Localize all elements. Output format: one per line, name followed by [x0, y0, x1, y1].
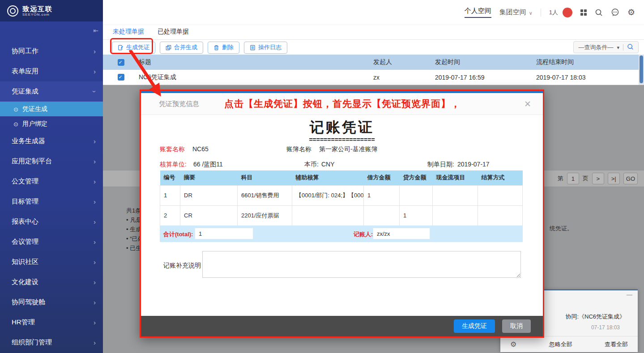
- operation-log-button[interactable]: 操作日志: [244, 42, 287, 54]
- query-condition-dropdown[interactable]: —查询条件—: [573, 41, 639, 53]
- doc-tabs: 未处理单据 已处理单据: [103, 25, 644, 40]
- sidebar-item-knowledge[interactable]: 知识社区: [0, 252, 103, 272]
- voucher-table: 编号 摘要 科目 辅助核算 借方金额 贷方金额 现金流项目 结算方式 1 DR …: [160, 170, 523, 226]
- merge-generate-button[interactable]: 合并生成: [160, 42, 203, 54]
- query-search-icon[interactable]: [627, 43, 634, 51]
- sidebar-item-goals[interactable]: 目标管理: [0, 191, 103, 212]
- chevron-right-icon: [94, 298, 96, 306]
- account-set-label: 账套名称: [160, 145, 185, 153]
- apps-grid-icon[interactable]: [580, 9, 587, 16]
- annotation-text: 点击【生成凭证】按钮，首先显示【凭证预览界面】，: [224, 98, 461, 110]
- avatar[interactable]: [563, 8, 572, 17]
- notification-actions: ⚙ 忽略全部 查看全部: [500, 336, 638, 352]
- notification-gear-icon[interactable]: ⚙: [510, 340, 516, 349]
- col-summary: 摘要: [180, 170, 238, 185]
- book-value: 第一家公司-基准账簿: [319, 145, 378, 153]
- row-start-time: 2019-07-17 16:59: [431, 74, 533, 81]
- sidebar-item-official-docs[interactable]: 公文管理: [0, 171, 103, 191]
- chevron-right-icon: [94, 137, 96, 145]
- account-set-value: NC65: [192, 145, 209, 153]
- book-label: 账簿名称: [286, 145, 311, 153]
- sidebar-collapse-icon[interactable]: ⇤: [93, 27, 98, 34]
- total-amount-input[interactable]: [195, 228, 253, 239]
- notification-message[interactable]: 协同:《NC6凭证集成》: [565, 313, 625, 321]
- modal-header: 凭证预览信息 点击【生成凭证】按钮，首先显示【凭证预览界面】， ✕: [141, 93, 543, 115]
- sidebar-item-custom-platform[interactable]: 应用定制平台: [0, 151, 103, 171]
- view-all-button[interactable]: 查看全部: [605, 340, 628, 349]
- online-count: 1人: [549, 9, 558, 17]
- scrollbar[interactable]: [639, 55, 644, 85]
- merge-icon: [166, 45, 171, 51]
- gear-icon[interactable]: ⚙: [627, 8, 635, 17]
- doc-date-label: 制单日期:: [427, 161, 454, 169]
- col-aux: 辅助核算: [292, 170, 364, 185]
- voucher-row: 2 CR 2201/应付票据 1: [160, 205, 523, 225]
- toolbar: 生成凭证 合并生成 删除 操作日志 —查询条件—: [103, 40, 644, 55]
- col-end-time: 流程结束时间: [533, 58, 639, 66]
- logo: 致远互联 SEEYON.com: [0, 0, 103, 21]
- sidebar-item-voucher-integration[interactable]: 凭证集成: [0, 81, 103, 102]
- chevron-right-icon: [94, 278, 96, 286]
- voucher-title: 记账凭证: [141, 118, 543, 137]
- chevron-right-icon: [94, 258, 96, 266]
- generate-voucher-button[interactable]: 生成凭证: [112, 42, 155, 54]
- voucher-info-row-2: 核算单位: 66 /蓝图11 本币: CNY 制单日期: 2019-07-17: [160, 161, 523, 169]
- sidebar-item-meetings[interactable]: 会议管理: [0, 232, 103, 252]
- doc-pen-icon: [118, 45, 124, 51]
- sidebar-item-report-center[interactable]: 报表中心: [0, 212, 103, 232]
- select-all-checkbox[interactable]: [118, 59, 124, 66]
- scrollbar-thumb[interactable]: [640, 55, 643, 83]
- row-initiator: zx: [370, 74, 431, 81]
- row-checkbox[interactable]: [118, 74, 124, 81]
- col-initiator: 发起人: [370, 58, 431, 66]
- tab-pending-docs[interactable]: 未处理单据: [113, 25, 144, 39]
- cancel-button[interactable]: 取消: [502, 319, 531, 333]
- voucher-note-textarea[interactable]: [202, 251, 521, 278]
- note-label: 记账补充说明: [163, 262, 201, 270]
- sidebar-item-org-dept[interactable]: 组织部门管理: [0, 332, 103, 353]
- voucher-totals-band: 合计(total): 记账人:: [160, 225, 523, 242]
- voucher-header-row: 编号 摘要 科目 辅助核算 借方金额 贷方金额 现金流项目 结算方式: [160, 170, 523, 185]
- bookkeeper-input[interactable]: [373, 228, 430, 239]
- sidebar-subitem-user-binding[interactable]: 用户绑定: [0, 116, 103, 131]
- sidebar-item-forms[interactable]: 表单应用: [0, 61, 103, 81]
- chevron-right-icon: [94, 218, 96, 225]
- tab-personal-space[interactable]: 个人空间: [465, 7, 491, 18]
- sidebar-item-hr[interactable]: HR管理: [0, 312, 103, 332]
- ignore-all-button[interactable]: 忽略全部: [549, 340, 572, 349]
- brand-domain: SEEYON.com: [22, 13, 53, 17]
- close-icon[interactable]: ✕: [524, 99, 531, 109]
- chevron-right-icon: [94, 339, 96, 346]
- grid-header-row: 标题 发起人 发起时间 流程结束时间: [103, 55, 639, 70]
- sidebar-subitem-voucher-generate[interactable]: 凭证生成: [0, 102, 103, 116]
- sidebar-item-business-builder[interactable]: 业务生成器: [0, 131, 103, 151]
- divider: [541, 9, 541, 17]
- sidebar-item-collaboration[interactable]: 协同工作: [0, 41, 103, 61]
- row-title[interactable]: NC6凭证集成: [139, 73, 370, 81]
- chevron-right-icon: [94, 198, 96, 205]
- tab-group-space[interactable]: 集团空间: [499, 8, 533, 17]
- col-start-time: 发起时间: [431, 58, 533, 66]
- col-settlement: 结算方式: [478, 170, 523, 185]
- sidebar-item-cockpit[interactable]: 协同驾驶舱: [0, 292, 103, 312]
- seeyon-logo-icon: [7, 5, 18, 17]
- search-icon[interactable]: [595, 9, 603, 17]
- table-row[interactable]: NC6凭证集成 zx 2019-07-17 16:59 2019-07-17 1…: [103, 70, 639, 85]
- minimize-icon[interactable]: —: [627, 291, 632, 298]
- chat-icon[interactable]: [611, 8, 619, 17]
- delete-button[interactable]: 删除: [208, 42, 239, 54]
- chevron-right-icon: [94, 157, 96, 165]
- col-subject: 科目: [238, 170, 292, 185]
- bookkeeper-label: 记账人:: [354, 230, 373, 238]
- doc-date-value: 2019-07-17: [457, 161, 490, 168]
- page: 致远互联 SEEYON.com ⇤ 协同工作 表单应用 凭证集成 凭证生成 用户…: [0, 0, 644, 353]
- col-cashflow: 现金流项目: [433, 170, 478, 185]
- trash-icon: [213, 45, 219, 51]
- tab-processed-docs[interactable]: 已处理单据: [158, 25, 189, 39]
- sidebar-item-culture[interactable]: 文化建设: [0, 272, 103, 292]
- org-unit-label: 核算单位:: [160, 161, 187, 169]
- voucher-row: 1 DR 6601/销售费用 【0001/部门: 024;】【0002 1: [160, 185, 523, 205]
- voucher-preview-modal: 凭证预览信息 点击【生成凭证】按钮，首先显示【凭证预览界面】， ✕ 记账凭证 =…: [140, 89, 544, 338]
- confirm-generate-button[interactable]: 生成凭证: [454, 319, 495, 333]
- brand-name: 致远互联: [22, 5, 53, 13]
